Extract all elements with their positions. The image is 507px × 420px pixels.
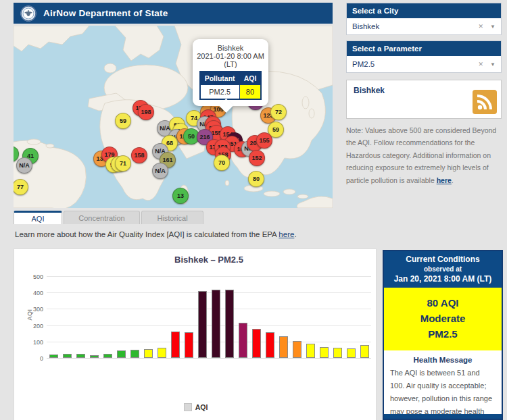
conditions-footer-bar <box>384 414 502 419</box>
popup-pollutant-value: PM2.5 <box>200 85 239 100</box>
aqi-marker[interactable]: 158 <box>131 147 147 163</box>
aqi-marker[interactable]: N/A <box>152 163 168 179</box>
department-of-state-seal-icon <box>20 5 37 22</box>
parameter-select-value: PM2.5 <box>352 60 375 68</box>
learn-more-text: Learn more about how the Air Quality Ind… <box>15 230 297 238</box>
chart-bar-5-am[interactable] <box>320 347 329 358</box>
popup-col-pollutant: Pollutant <box>200 72 239 85</box>
beyond-aqi-note: Note: Values above 500 are considered Be… <box>346 124 503 186</box>
chart-legend[interactable]: AQI <box>14 403 377 411</box>
chart-y-tick: 400 <box>23 290 43 296</box>
aqi-marker[interactable]: 152 <box>249 150 265 166</box>
world-aqi-map[interactable]: 41N/A7717619859N/A6899N/A106507468N/A161… <box>14 26 333 208</box>
parameter-caret-icon[interactable]: ▼ <box>490 61 496 68</box>
chart-bar-6-pm[interactable] <box>171 332 180 358</box>
parameter-select-box: Select a Parameter PM2.5 ✕ ▼ <box>346 41 502 73</box>
chart-bar-jan-20-2021-12-am[interactable] <box>252 329 261 358</box>
chart-y-tick: 200 <box>23 323 43 330</box>
aqi-marker[interactable]: 13 <box>172 188 189 204</box>
aqi-marker[interactable]: 80 <box>248 171 264 187</box>
legend-label: AQI <box>195 403 208 411</box>
aqi-marker[interactable]: 72 <box>270 104 287 120</box>
city-select[interactable]: Bishkek ✕ ▼ <box>347 18 501 34</box>
note-after: . <box>452 176 454 184</box>
chart-gridline <box>47 276 371 277</box>
health-message-block: Health Message The AQI is between 51 and… <box>384 350 502 420</box>
chart-bar-3-am[interactable] <box>293 341 301 358</box>
city-select-box: Select a City Bishkek ✕ ▼ <box>346 3 502 35</box>
health-message-title: Health Message <box>390 356 496 364</box>
chart-gridline <box>47 309 371 309</box>
tab-aqi[interactable]: AQI <box>14 211 62 224</box>
tab-concentration[interactable]: Concentration <box>64 211 140 224</box>
chart-bar-2-am[interactable] <box>279 336 288 358</box>
health-message-text: The AQI is between 51 and 100. Air quali… <box>390 367 496 420</box>
conditions-pollutant: PM2.5 <box>387 328 499 340</box>
chart-bar-3-pm[interactable] <box>130 350 139 358</box>
conditions-subtitle: observed at <box>387 265 499 273</box>
learn-more-before: Learn more about how the Air Quality Ind… <box>15 230 279 238</box>
conditions-datetime: Jan 20, 2021 8:00 AM (LT) <box>387 274 499 284</box>
tab-historical[interactable]: Historical <box>141 211 203 224</box>
rss-icon[interactable] <box>473 90 497 114</box>
chart-gridline <box>47 325 371 326</box>
chart-y-tick: 300 <box>23 306 43 313</box>
view-tabs: AQIConcentrationHistorical <box>14 211 203 224</box>
app-title: AirNow Department of State <box>43 8 168 18</box>
epa-here-link[interactable]: here <box>279 230 294 238</box>
popup-aqi-value: 80 <box>239 85 261 100</box>
popup-col-aqi: AQI <box>239 72 261 85</box>
note-before: Note: Values above 500 are considered Be… <box>346 126 496 184</box>
aqi-marker[interactable]: 70 <box>214 155 230 171</box>
chart-bar-1-am[interactable] <box>266 332 274 358</box>
chart-bar-7-pm[interactable] <box>185 332 193 358</box>
rss-feed-box: Bishkek <box>346 80 502 119</box>
chart-title: Bishkek – PM2.5 <box>47 255 371 265</box>
aqi-marker[interactable]: 59 <box>115 113 131 129</box>
chart-bar-8-pm[interactable] <box>198 291 207 358</box>
conditions-aqi-block: 80 AQI Moderate PM2.5 <box>384 288 502 350</box>
chart-gridline <box>47 342 371 342</box>
conditions-aqi-value: 80 AQI <box>387 297 499 309</box>
conditions-header: Current Conditions observed at Jan 20, 2… <box>384 251 502 288</box>
chart-bar-9-pm[interactable] <box>212 290 220 358</box>
aqi-marker[interactable]: 155 <box>256 132 272 149</box>
airnow-page: AirNow Department of State <box>0 0 507 420</box>
popup-datetime: 2021-01-20 8:00 AM <box>197 52 264 60</box>
parameter-select-label: Select a Parameter <box>347 41 501 56</box>
chart-x-axis-line <box>47 358 371 359</box>
chart-bar-5-pm[interactable] <box>158 348 166 358</box>
city-select-value: Bishkek <box>352 22 379 30</box>
aqi-marker[interactable]: N/A <box>16 157 32 174</box>
chart-plot-area: 0100200300400500 <box>47 276 371 358</box>
conditions-title: Current Conditions <box>387 255 499 264</box>
parameter-select[interactable]: PM2.5 ✕ ▼ <box>347 56 501 72</box>
chart-bar-8-am[interactable] <box>360 345 369 358</box>
chart-y-tick: 500 <box>23 273 43 280</box>
current-conditions-panel: Current Conditions observed at Jan 20, 2… <box>383 250 503 420</box>
aqi-marker[interactable]: 198 <box>138 104 154 120</box>
learn-more-after: . <box>294 230 296 238</box>
legend-swatch <box>184 403 192 411</box>
city-select-label: Select a City <box>347 3 501 18</box>
chart-bar-7-am[interactable] <box>347 348 356 358</box>
aqi-chart-panel: Bishkek – PM2.5 AQI 0100200300400500 AQI… <box>14 248 377 420</box>
app-header: AirNow Department of State <box>14 3 333 24</box>
chart-bar-4-am[interactable] <box>306 344 315 358</box>
chart-y-tick: 0 <box>23 355 43 362</box>
popup-city: Bishkek <box>197 44 264 52</box>
chart-y-tick: 100 <box>23 339 43 346</box>
chart-bar-6-am[interactable] <box>333 348 342 358</box>
parameter-clear-icon[interactable]: ✕ <box>478 61 483 68</box>
note-here-link[interactable]: here <box>437 176 452 184</box>
chart-bar-2-pm[interactable] <box>117 350 126 358</box>
aqi-marker[interactable]: 71 <box>115 155 131 172</box>
chart-bar-10-pm[interactable] <box>225 290 234 358</box>
city-clear-icon[interactable]: ✕ <box>478 23 483 30</box>
popup-aqi-table: Pollutant AQI PM2.5 80 <box>199 71 262 100</box>
city-caret-icon[interactable]: ▼ <box>490 24 496 30</box>
chart-bar-4-pm[interactable] <box>144 349 153 358</box>
rss-feed-title: Bishkek <box>354 86 385 95</box>
chart-bar-11-pm[interactable] <box>239 323 247 358</box>
conditions-category: Moderate <box>387 313 499 324</box>
